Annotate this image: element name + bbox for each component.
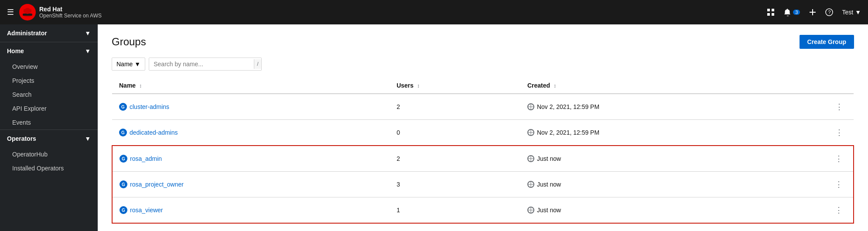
filter-label: Name — [116, 61, 133, 68]
svg-text:?: ? — [828, 10, 831, 15]
cell-created: Just now — [520, 172, 824, 197]
cell-name: Gcluster-admins — [112, 94, 390, 120]
filter-select[interactable]: Name ▼ — [112, 58, 145, 71]
globe-icon — [527, 129, 534, 136]
table-row: Gcluster-admins2Nov 2, 2021, 12:59 PM⋮ — [112, 94, 854, 120]
col-name[interactable]: Name ↕ — [112, 78, 390, 94]
admin-label: Administrator — [7, 30, 47, 37]
svg-rect-6 — [772, 9, 774, 11]
sidebar-item-events[interactable]: Events — [0, 116, 98, 129]
group-icon: G — [120, 155, 127, 163]
group-link[interactable]: Grosa_viewer — [120, 206, 383, 214]
group-link[interactable]: Grosa_admin — [120, 155, 383, 163]
help-icon[interactable]: ? — [825, 8, 833, 16]
group-name: cluster-admins — [130, 103, 169, 110]
cell-actions: ⋮ — [824, 197, 854, 224]
search-input[interactable] — [149, 58, 254, 70]
globe-icon — [527, 207, 534, 214]
cell-users: 2 — [390, 94, 520, 120]
table-header: Name ↕ Users ↕ Created ↕ — [112, 78, 854, 94]
table-row: Gdedicated-admins0Nov 2, 2021, 12:59 PM⋮ — [112, 120, 854, 146]
toolbar: Name ▼ / — [112, 58, 854, 71]
cell-actions: ⋮ — [824, 146, 854, 172]
operators-chevron: ▼ — [85, 135, 91, 142]
cell-users: 1 — [390, 197, 520, 224]
created-text: Just now — [537, 207, 561, 214]
sidebar-item-installed-operators[interactable]: Installed Operators — [0, 161, 98, 175]
group-link[interactable]: Gdedicated-admins — [119, 129, 383, 136]
cell-name: Grosa_admin — [112, 146, 390, 172]
home-label: Home — [7, 48, 24, 54]
add-icon[interactable] — [809, 8, 817, 16]
sidebar-item-overview[interactable]: Overview — [0, 60, 98, 74]
brand-name: Red Hat — [39, 6, 102, 13]
cell-actions: ⋮ — [824, 94, 854, 120]
cell-name: Gdedicated-admins — [112, 120, 390, 146]
operators-section-header[interactable]: Operators ▼ — [0, 129, 98, 147]
home-section-header[interactable]: Home ▼ — [0, 42, 98, 60]
name-sort-icon: ↕ — [139, 83, 142, 89]
sidebar-item-search[interactable]: Search — [0, 88, 98, 102]
cell-actions: ⋮ — [824, 172, 854, 197]
col-users[interactable]: Users ↕ — [390, 78, 520, 94]
redhat-logo-svg — [19, 4, 36, 20]
users-sort-icon: ↕ — [417, 83, 420, 89]
group-name: rosa_admin — [130, 155, 162, 162]
table-row: Grosa_viewer1Just now⋮ — [112, 197, 854, 224]
operators-label: Operators — [7, 135, 36, 142]
table-body: Gcluster-admins2Nov 2, 2021, 12:59 PM⋮Gd… — [112, 94, 854, 223]
cell-users: 0 — [390, 120, 520, 146]
kebab-menu-button[interactable]: ⋮ — [831, 204, 846, 217]
created-sort-icon: ↕ — [554, 83, 556, 89]
created-text: Just now — [537, 155, 561, 162]
main-layout: Administrator ▼ Home ▼ Overview Projects… — [0, 24, 868, 231]
notification-badge: 3 — [793, 10, 800, 15]
cell-name: Grosa_viewer — [112, 197, 390, 224]
group-icon: G — [119, 103, 127, 111]
notifications-icon[interactable]: 3 — [783, 8, 800, 16]
group-name: rosa_viewer — [130, 207, 163, 214]
group-icon: G — [120, 180, 127, 188]
kebab-menu-button[interactable]: ⋮ — [832, 100, 847, 113]
page-header: Groups Create Group — [112, 35, 854, 49]
brand-text: Red Hat OpenShift Service on AWS — [39, 6, 102, 19]
created-text: Just now — [537, 181, 561, 188]
top-navigation: ☰ Red Hat OpenShift Service on AWS 3 — [0, 0, 868, 24]
svg-rect-4 — [24, 9, 31, 13]
svg-rect-8 — [772, 13, 774, 16]
cell-created: Nov 2, 2021, 12:59 PM — [520, 94, 824, 120]
globe-icon — [527, 103, 534, 110]
sidebar-item-api-explorer[interactable]: API Explorer — [0, 102, 98, 116]
col-created[interactable]: Created ↕ — [520, 78, 824, 94]
created-text: Nov 2, 2021, 12:59 PM — [537, 129, 599, 136]
created-text: Nov 2, 2021, 12:59 PM — [537, 103, 599, 110]
cell-created: Just now — [520, 146, 824, 172]
group-link[interactable]: Gcluster-admins — [119, 103, 383, 111]
kebab-menu-button[interactable]: ⋮ — [831, 178, 846, 191]
globe-icon — [527, 181, 534, 188]
group-link[interactable]: Grosa_project_owner — [120, 180, 383, 188]
page-title: Groups — [112, 36, 146, 48]
svg-rect-5 — [767, 9, 770, 11]
admin-section-header[interactable]: Administrator ▼ — [0, 24, 98, 42]
kebab-menu-button[interactable]: ⋮ — [831, 152, 846, 165]
group-name: rosa_project_owner — [130, 181, 184, 188]
hamburger-menu-icon[interactable]: ☰ — [7, 7, 14, 17]
sidebar-item-projects[interactable]: Projects — [0, 74, 98, 88]
username: Test — [842, 9, 853, 16]
grid-icon[interactable] — [767, 8, 775, 16]
table-row: Grosa_admin2Just now⋮ — [112, 146, 854, 172]
create-group-button[interactable]: Create Group — [800, 35, 854, 49]
table-row: Grosa_project_owner3Just now⋮ — [112, 172, 854, 197]
redhat-logo: Red Hat OpenShift Service on AWS — [19, 4, 102, 20]
home-chevron: ▼ — [85, 48, 91, 54]
kebab-menu-button[interactable]: ⋮ — [832, 126, 847, 139]
sidebar-item-operatorhub[interactable]: OperatorHub — [0, 147, 98, 161]
globe-icon — [527, 155, 534, 162]
user-menu[interactable]: Test ▼ — [842, 9, 861, 16]
sidebar: Administrator ▼ Home ▼ Overview Projects… — [0, 24, 98, 231]
cell-users: 2 — [390, 146, 520, 172]
cell-actions: ⋮ — [824, 120, 854, 146]
col-actions — [824, 78, 854, 94]
user-menu-chevron: ▼ — [855, 9, 861, 16]
